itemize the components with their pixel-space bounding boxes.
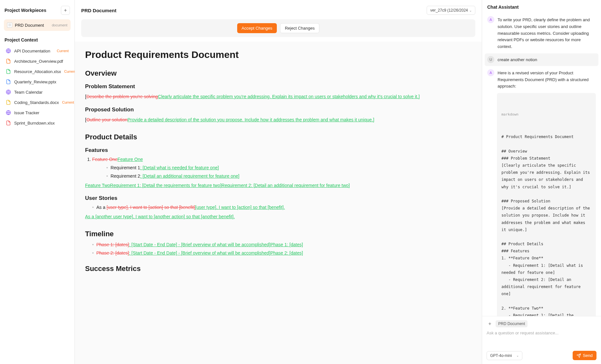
user-avatar: U (487, 56, 494, 63)
document-icon (7, 23, 12, 28)
solution-heading: Proposed Solution (85, 107, 471, 113)
file-icon (6, 79, 11, 84)
current-badge: Current (57, 49, 69, 53)
send-icon (577, 353, 581, 358)
context-item[interactable]: API DocumentationCurrent (2, 46, 73, 56)
overview-heading: Overview (85, 69, 471, 78)
doc-h1: Product Requirements Document (85, 49, 471, 60)
chat-title: Chat Assistant (482, 0, 601, 13)
workpiece-tag: document (52, 23, 67, 27)
context-item-name: Team Calendar (14, 90, 69, 95)
chat-message: A Here is a revised version of your Prod… (487, 69, 596, 90)
context-item[interactable]: Quarterly_Review.pptx (2, 77, 73, 87)
code-lang: markdown (501, 111, 591, 118)
feature-two-line: Feature TwoRequirement 1: [Detail the re… (85, 182, 471, 190)
story-item: As a [another user type], I want to [ano… (85, 213, 471, 221)
reject-changes-button[interactable]: Reject Changes (280, 23, 320, 33)
globe-icon (6, 110, 11, 115)
model-select[interactable]: GPT-4o-mini ⌄ (487, 351, 522, 360)
chat-message-user: U create another notion (485, 53, 598, 66)
context-item-name: Coding_Standards.docx (14, 100, 59, 105)
version-label: ver_27c9 (12/26/2024 (430, 8, 468, 13)
add-context-button[interactable] (487, 321, 493, 327)
requirement-item: Requirement 2: [Detail an additional req… (106, 173, 471, 179)
context-item-name: Issue Tracker (14, 110, 69, 115)
context-title: Project Context (0, 31, 74, 46)
context-item[interactable]: Architecture_Overview.pdf (2, 56, 73, 66)
workpiece-name: PRD Document (15, 23, 49, 28)
current-badge: Current (64, 70, 76, 73)
sidebar-title: Project Workpieces (5, 8, 46, 13)
features-heading: Features (85, 147, 471, 154)
workpiece-item[interactable]: PRD Document document (4, 19, 71, 31)
context-chip[interactable]: PRD Document (496, 320, 528, 327)
chat-message: A To write your PRD, clearly define the … (487, 16, 596, 50)
add-workpiece-button[interactable] (61, 6, 70, 15)
current-badge: Current (62, 100, 74, 104)
file-icon (6, 59, 11, 64)
metrics-heading: Success Metrics (85, 265, 471, 273)
code-content: # Product Requirements Document ## Overv… (501, 133, 591, 316)
context-item-name: Architecture_Overview.pdf (14, 59, 69, 64)
context-item-name: Resource_Allocation.xlsx (14, 69, 61, 74)
context-item-name: Sprint_Burndown.xlsx (14, 121, 69, 126)
code-block: markdown # Product Requirements Document… (497, 93, 596, 316)
message-text: create another notion (498, 56, 537, 63)
send-button[interactable]: Send (573, 351, 596, 360)
diff-banner: Accept Changes Reject Changes (81, 19, 475, 37)
context-item-name: Quarterly_Review.pptx (14, 79, 69, 84)
chevron-down-icon: ⌄ (516, 354, 519, 357)
accept-changes-button[interactable]: Accept Changes (237, 23, 277, 33)
story-item: As a [user type], I want to [action] so … (92, 205, 471, 210)
context-item[interactable]: Team Calendar (2, 87, 73, 97)
context-item[interactable]: Sprint_Burndown.xlsx (2, 118, 73, 128)
context-item[interactable]: Resource_Allocation.xlsxCurrent (2, 66, 73, 77)
doc-title: PRD Document (81, 8, 116, 13)
file-icon (6, 120, 11, 126)
requirement-item: Requirement 1: [Detail what is needed fo… (106, 165, 471, 170)
file-icon (6, 69, 11, 74)
plus-icon (63, 8, 68, 13)
globe-icon (6, 48, 11, 53)
message-text: To write your PRD, clearly define the pr… (498, 16, 596, 50)
assistant-avatar: A (487, 69, 494, 76)
solution-text: [Outline your solutionProvide a detailed… (85, 116, 471, 124)
plus-icon (488, 322, 492, 326)
version-select[interactable]: ver_27c9 (12/26/2024 ⌄ (427, 6, 475, 15)
context-item[interactable]: Coding_Standards.docxCurrent (2, 97, 73, 107)
file-icon (6, 100, 11, 105)
chevron-down-icon: ⌄ (469, 9, 472, 12)
globe-icon (6, 89, 11, 95)
phase-item: Phase 2: [dates]: [Start Date - End Date… (92, 250, 471, 256)
message-text: Here is a revised version of your Produc… (498, 69, 596, 90)
phase-item: Phase 1: [dates]: [Start Date - End Date… (92, 242, 471, 247)
details-heading: Product Details (85, 133, 471, 141)
timeline-heading: Timeline (85, 230, 471, 238)
context-item[interactable]: Issue Tracker (2, 107, 73, 118)
stories-heading: User Stories (85, 195, 471, 201)
context-item-name: API Documentation (14, 49, 53, 53)
chat-input[interactable] (487, 331, 596, 350)
model-label: GPT-4o-mini (490, 353, 512, 358)
feature-item: Feature OneFeature One Requirement 1: [D… (92, 157, 471, 179)
assistant-avatar: A (487, 16, 494, 23)
problem-text: [Describe the problem you're solvingClea… (85, 93, 471, 101)
problem-heading: Problem Statement (85, 83, 471, 90)
